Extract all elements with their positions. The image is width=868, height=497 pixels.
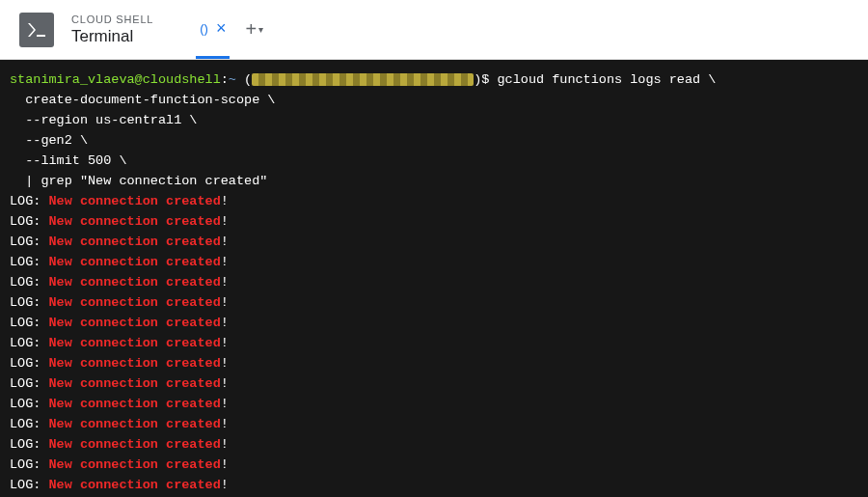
plus-icon: +	[245, 18, 257, 41]
close-icon[interactable]: ×	[216, 19, 227, 37]
header: CLOUD SHELL Terminal () × + ▾	[0, 0, 868, 60]
header-eyebrow: CLOUD SHELL	[71, 14, 153, 25]
add-tab-button[interactable]: + ▾	[239, 18, 269, 41]
project-id-redacted	[252, 73, 474, 86]
tab-label: ()	[200, 21, 208, 36]
terminal[interactable]: stanimira_vlaeva@cloudshell:~ ()$ gcloud…	[0, 60, 868, 497]
tab-active[interactable]: () ×	[196, 0, 230, 59]
chevron-down-icon: ▾	[258, 24, 263, 35]
page-title: Terminal	[71, 27, 153, 46]
tab-bar: () × + ▾	[196, 0, 269, 59]
title-block: CLOUD SHELL Terminal	[71, 14, 153, 46]
terminal-prompt-icon	[25, 18, 48, 41]
cloud-shell-icon	[19, 13, 54, 47]
